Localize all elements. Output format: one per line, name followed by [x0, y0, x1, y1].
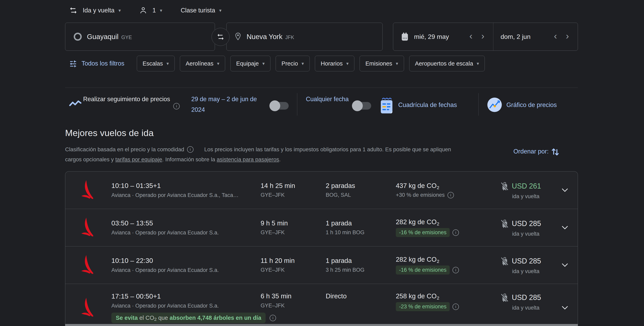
flight-row[interactable]: 10:10 – 22:30 Avianca · Operado por Avia…: [65, 246, 578, 284]
info-icon[interactable]: i: [187, 146, 194, 153]
track-dates-label[interactable]: 29 de may – 2 de jun de 2024: [191, 94, 268, 115]
filter-chip-bags[interactable]: Equipaje ▾: [230, 56, 270, 71]
price-graph-icon: [487, 98, 502, 112]
emissions-badge: -16 % de emisiones: [396, 266, 450, 274]
dates-field: mié, 29 may ‹ › dom, 2 jun ‹ ›: [393, 23, 578, 51]
trip-type-selector[interactable]: Ida y vuelta ▾: [83, 7, 121, 14]
any-date-label[interactable]: Cualquier fecha: [306, 94, 349, 104]
passenger-assistance-link[interactable]: asistencia para pasajeros: [217, 156, 279, 162]
flight-route: GYE–JFK: [260, 302, 326, 309]
expand-flight-button[interactable]: [552, 186, 578, 195]
track-dates-toggle[interactable]: [270, 100, 290, 112]
filter-chip-price[interactable]: Precio ▾: [276, 56, 310, 71]
filter-chip-connecting-airports[interactable]: Aeropuertos de escala ▾: [409, 56, 485, 71]
no-carry-on-bag-icon: [500, 181, 509, 191]
co2-amount: 258 kg de CO: [396, 292, 437, 300]
sort-by-button[interactable]: Ordenar por:: [514, 147, 560, 156]
info-icon[interactable]: i: [452, 304, 459, 310]
calendar-icon: [401, 32, 409, 41]
passenger-icon: [139, 6, 147, 14]
origin-field[interactable]: Guayaquil GYE: [65, 23, 215, 51]
filter-chip-stops[interactable]: Escalas ▾: [137, 56, 175, 71]
chevron-down-icon: ▾: [166, 61, 169, 66]
airline-operated-by: Avianca · Operado por Avianca Ecuador S.…: [111, 267, 260, 274]
flight-duration: 6 h 35 min: [260, 292, 326, 300]
stops-count: 1 parada: [326, 257, 396, 264]
flight-row[interactable]: 17:15 – 00:50+1 Avianca · Operado por Av…: [65, 284, 578, 326]
chip-label: Horarios: [321, 60, 343, 67]
filter-chip-airlines[interactable]: Aerolíneas ▾: [180, 56, 225, 71]
info-icon[interactable]: i: [270, 315, 276, 321]
origin-airport-code: GYE: [122, 34, 132, 40]
filter-chip-emissions[interactable]: Emisiones ▾: [360, 56, 404, 71]
chevron-down-icon: ▾: [346, 61, 349, 66]
price-graph-button[interactable]: Gráfico de precios: [506, 102, 557, 108]
info-icon[interactable]: i: [452, 230, 459, 236]
passenger-selector[interactable]: 1 ▾: [152, 7, 162, 14]
note-text: . Información sobre la: [162, 156, 217, 162]
chevron-down-icon: ▾: [118, 8, 121, 13]
expand-flight-button[interactable]: [552, 223, 578, 232]
bag-fees-link[interactable]: tarifas por equipaje: [116, 156, 162, 162]
destination-airport-code: JFK: [285, 34, 294, 40]
expand-flight-button[interactable]: [552, 260, 578, 270]
trending-line-icon: [69, 100, 82, 108]
chevron-down-icon: [560, 260, 570, 270]
flight-duration: 14 h 25 min: [260, 182, 326, 190]
expand-flight-button[interactable]: [552, 303, 578, 312]
cabin-class-selector[interactable]: Clase turista ▾: [181, 7, 222, 14]
flight-route: GYE–JFK: [260, 229, 326, 236]
info-icon[interactable]: i: [173, 103, 180, 110]
stops-cell: 2 paradas BOG, SAL: [326, 182, 396, 198]
results-subtitle-line2: cargos opcionales y tarifas por equipaje…: [65, 156, 281, 163]
trip-type-note: ida y vuelta: [512, 305, 540, 311]
info-icon[interactable]: i: [448, 192, 454, 198]
flight-row[interactable]: 10:10 – 01:35+1 Avianca · Operado por Av…: [65, 172, 578, 209]
destination-field[interactable]: Nueva York JFK: [226, 23, 382, 51]
stops-count: Directo: [326, 292, 396, 300]
stops-detail: 3 h 25 min BOG: [326, 267, 396, 274]
chevron-down-icon: ▾: [477, 61, 479, 66]
ranking-note: Clasificación basada en el precio y la c…: [65, 146, 184, 153]
eco-banner: Se evita el CO2 que absorben 4,748 árbol…: [111, 312, 276, 323]
departure-date-section[interactable]: mié, 29 may ‹ ›: [393, 23, 493, 50]
all-filters-button[interactable]: Todos los filtros: [69, 60, 124, 68]
any-date-toggle[interactable]: [352, 100, 372, 112]
co2-amount: 282 kg de CO: [396, 256, 437, 263]
chevron-down-icon: ▾: [219, 8, 222, 13]
pricing-note: Los precios incluyen las tarifas y los i…: [204, 146, 451, 153]
flight-row[interactable]: 03:50 – 13:55 Avianca · Operado por Avia…: [65, 209, 578, 246]
return-date-section[interactable]: dom, 2 jun ‹ ›: [493, 23, 578, 50]
return-date-prev-button[interactable]: ‹: [553, 31, 558, 40]
tune-filters-icon: [69, 60, 77, 68]
emissions-badge: -16 % de emisiones: [396, 228, 450, 237]
airline-operated-by: Avianca · Operado por Avianca Ecuador S.…: [111, 192, 260, 198]
flight-times: 17:15 – 00:50: [111, 292, 153, 300]
chip-label: Precio: [282, 60, 298, 67]
emissions-delta: +30 % de emisiones: [396, 192, 445, 198]
emissions-badge: -23 % de emisiones: [396, 302, 450, 311]
swap-icon: [216, 33, 224, 41]
section-divider: [65, 88, 578, 88]
results-heading: Mejores vuelos de ida: [65, 128, 154, 138]
avianca-logo: [65, 217, 111, 238]
trip-type-note: ida y vuelta: [512, 193, 540, 200]
flight-route: GYE–JFK: [260, 267, 326, 274]
price-cell: USD 285 ida y vuelta: [492, 292, 552, 311]
return-date: dom, 2 jun: [500, 33, 530, 40]
departure-date-prev-button[interactable]: ‹: [468, 31, 473, 40]
date-grid-button[interactable]: Cuadrícula de fechas: [398, 102, 457, 108]
departure-date-next-button[interactable]: ›: [480, 31, 485, 40]
chip-label: Escalas: [142, 60, 163, 67]
chip-label: Emisiones: [365, 60, 392, 67]
info-icon[interactable]: i: [452, 267, 459, 273]
eco-badge: Se evita el CO2 que absorben 4,748 árbol…: [111, 312, 266, 323]
flight-duration: 11 h 20 min: [260, 257, 326, 264]
swap-origin-destination-button[interactable]: [212, 28, 230, 46]
stops-detail: [326, 302, 396, 309]
eco-text: que: [157, 314, 170, 321]
no-carry-on-bag-icon: [500, 256, 509, 266]
round-trip-icon: [69, 6, 78, 15]
filter-chip-times[interactable]: Horarios ▾: [315, 56, 354, 71]
return-date-next-button[interactable]: ›: [565, 31, 570, 40]
